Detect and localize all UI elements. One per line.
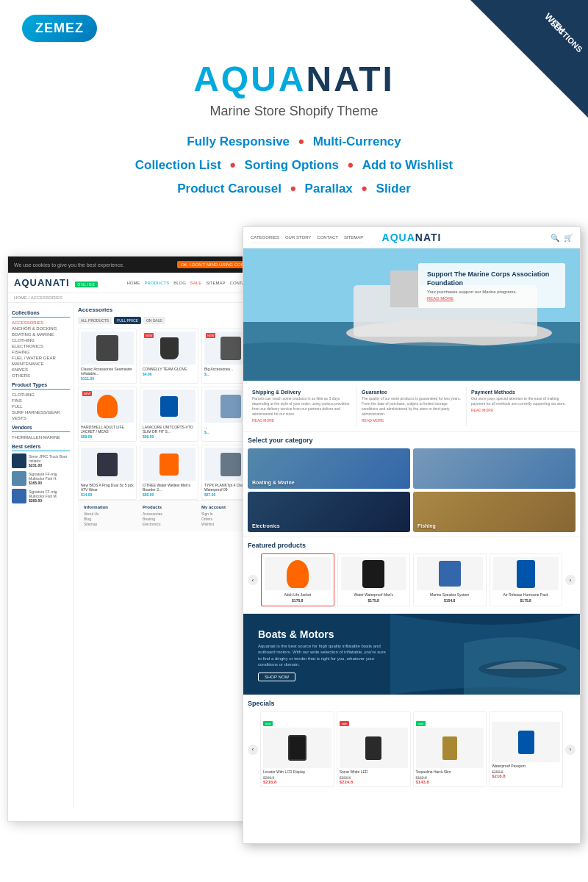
sidebar-link-clothing-type[interactable]: CLOTHING xyxy=(12,392,70,398)
sidebar-link-fishing[interactable]: FISHING xyxy=(12,349,70,355)
left-logo: AQUANATI ONLINE xyxy=(14,277,98,288)
product-name-5: LAVACORE UNITCORTS-VTO SLIM DR FIT S... xyxy=(143,425,196,434)
feature-product-carousel: Product Carousel xyxy=(177,182,282,196)
specials-arrow-left[interactable]: ‹ xyxy=(248,745,258,755)
product-price-1: $111.00 xyxy=(81,376,134,381)
sidebar-link-accessories[interactable]: ACCESSORIES xyxy=(12,320,70,326)
right-nav-contact[interactable]: CONTACT xyxy=(317,235,338,240)
special-card-2[interactable]: sale Sonar White LED $263.8 $224.8 xyxy=(337,711,411,787)
right-nav-categories[interactable]: CATEGORIES xyxy=(251,235,279,240)
hero-read-more[interactable]: READ MORE xyxy=(427,296,556,301)
zemez-logo[interactable]: ZEMEZ xyxy=(22,15,97,42)
product-card-8[interactable]: O'TREE Water Wellest Men's Boarder 2... … xyxy=(140,445,198,500)
screenshot-right: CATEGORIES OUR STORY CONTACT SITEMAP AQU… xyxy=(243,226,581,844)
sidebar-link-clothing[interactable]: CLOTHING xyxy=(12,337,70,343)
product-grid: Classic Accessories Seamaster Inflatable… xyxy=(78,329,260,500)
nav-blog[interactable]: BLOG xyxy=(173,281,186,285)
product-img-4: NEW xyxy=(81,390,134,423)
footer-products-electronics[interactable]: Electronics xyxy=(143,522,196,526)
feature-sorting-options: Sorting Options xyxy=(245,158,339,173)
featured-card-3[interactable]: Marine Speaker System $154.8 xyxy=(413,553,487,606)
sidebar-link-vests[interactable]: VESTS xyxy=(12,415,70,421)
product-img-8 xyxy=(143,448,196,481)
corner-ribbon: WITH SECTIONS xyxy=(470,0,588,118)
info-cards: Shipping & Delivery Parcels can reach so… xyxy=(243,381,580,432)
bestseller-price-1: $231.00 xyxy=(29,463,70,467)
filter-all[interactable]: ALL PRODUCTS xyxy=(78,317,112,324)
specials-arrow-right[interactable]: › xyxy=(565,745,576,755)
feature-add-wishlist: Add to Wishlist xyxy=(362,158,453,173)
bestseller-name-1[interactable]: Simm JFKC Truck Boot Initiator xyxy=(29,454,70,463)
feature-collection-list: Collection List xyxy=(135,158,221,173)
sidebar-link-surf[interactable]: SURF HARNESS/GEAR xyxy=(12,409,70,415)
sidebar-link-electronics[interactable]: ELECTRONICS xyxy=(12,343,70,349)
sidebar-link-vendor[interactable]: THORMALLEN MARINE xyxy=(12,434,70,440)
cart-icon[interactable]: 🛒 xyxy=(564,234,573,242)
category-boating[interactable]: Boating & Marine xyxy=(248,448,410,489)
filter-on-sale[interactable]: ON SALE xyxy=(143,317,165,324)
bullet-4: • xyxy=(290,179,296,198)
footer-products-acc[interactable]: Accessories xyxy=(143,512,196,516)
sidebar-link-maintenance[interactable]: MAINTENANCE xyxy=(12,361,70,367)
sidebar-link-fins[interactable]: FINS xyxy=(12,398,70,404)
sidebar-link-anchor[interactable]: ANCHOR & DOCKING xyxy=(12,326,70,331)
right-nav-story[interactable]: OUR STORY xyxy=(285,235,311,240)
guarantee-link[interactable]: READ MORE xyxy=(362,418,462,423)
footer-info-blog[interactable]: Blog xyxy=(84,517,137,521)
featured-arrow-left[interactable]: ‹ xyxy=(248,575,258,585)
featured-img-2 xyxy=(341,557,407,590)
filter-full-price[interactable]: FULL PRICE xyxy=(114,317,141,324)
shipping-link[interactable]: READ MORE xyxy=(252,418,352,423)
footer-products-boating[interactable]: Boating xyxy=(143,517,196,521)
product-card-7[interactable]: New BIOS A Prog Dual Sc 5 pck ATV Wear $… xyxy=(78,445,137,500)
online-badge: ONLINE xyxy=(75,282,98,287)
product-card-1[interactable]: Classic Accessories Seamaster Inflatable… xyxy=(78,329,137,384)
features-row-3: Product Carousel • Parallax • Slider xyxy=(0,179,588,198)
sidebar-link-knives[interactable]: KNIVES xyxy=(12,367,70,373)
search-icon[interactable]: 🔍 xyxy=(551,234,559,242)
product-img-1 xyxy=(81,331,134,365)
hero-title: Support The Marine Corps Association Fou… xyxy=(427,270,556,287)
bestseller-name-3[interactable]: Signature FF-mig Multicolor Fish M. xyxy=(29,490,70,498)
featured-card-1[interactable]: Adult Life Jacket $175.8 xyxy=(261,553,334,606)
sidebar-link-others[interactable]: OTHERS xyxy=(12,373,70,379)
product-card-4[interactable]: NEW HARDSHELL ADULT LIFE JACKET / MCAS $… xyxy=(78,387,137,442)
left-content: Collections ACCESSORIES ANCHOR & DOCKING… xyxy=(8,303,264,808)
special-card-4[interactable]: Waterproof Passport $253.8 $216.8 xyxy=(489,711,563,787)
payment-link[interactable]: READ MORE xyxy=(471,408,571,412)
category-fishing[interactable]: Fishing xyxy=(413,492,576,532)
footer-info-sitemap[interactable]: Sitemap xyxy=(84,522,137,526)
product-card-2[interactable]: NEW CONNELLY TEAM GLOVE $4.00 xyxy=(140,329,198,384)
special-badge-3: new xyxy=(416,721,426,726)
special-img-1 xyxy=(263,728,331,768)
sidebar-link-full[interactable]: FULL xyxy=(12,404,70,409)
special-img-4 xyxy=(492,722,560,762)
boats-shop-btn[interactable]: SHOP NOW xyxy=(258,673,295,681)
featured-card-2[interactable]: Water Waterproof Man's $175.8 xyxy=(337,553,411,606)
nav-home[interactable]: HOME xyxy=(127,281,140,285)
nav-sitemap[interactable]: SITEMAP xyxy=(206,281,225,285)
footer-col-products: Products Accessories Boating Electronics xyxy=(143,505,196,527)
product-card-5[interactable]: LAVACORE UNITCORTS-VTO SLIM DR FIT S... … xyxy=(140,387,198,442)
bestseller-img-3 xyxy=(12,489,26,503)
category-electronics[interactable]: Electronics xyxy=(248,492,410,532)
nav-products[interactable]: PRODUCTS xyxy=(145,281,170,285)
special-card-3[interactable]: new Tarpauline Hard+Slim $159.8 $143.8 xyxy=(413,711,487,787)
sidebar-link-fuel[interactable]: FUEL / WATER GEAR xyxy=(12,355,70,361)
special-card-1[interactable]: new Locator With LCD Display $269.8 $216… xyxy=(260,711,334,787)
filter-bar: ALL PRODUCTS FULL PRICE ON SALE xyxy=(78,317,260,324)
featured-card-4[interactable]: Air Release Hurricane Pack $175.8 xyxy=(490,553,563,606)
sidebar-link-boating[interactable]: BOATING & MARINE xyxy=(12,331,70,337)
category-accessories[interactable] xyxy=(413,448,576,489)
product-name-1: Classic Accessories Seamaster Inflatable… xyxy=(81,367,134,376)
nav-sale[interactable]: SALE xyxy=(190,281,201,285)
featured-arrow-right[interactable]: › xyxy=(565,575,576,585)
bestseller-name-2[interactable]: Signature FF-mig Multicolor Fish H. xyxy=(29,472,70,481)
right-nav-sitemap[interactable]: SITEMAP xyxy=(344,235,363,240)
right-logo: AQUANATI xyxy=(382,232,442,243)
product-name-8: O'TREE Water Wellest Men's Boarder 2... xyxy=(143,483,196,492)
special-name-4: Waterproof Passport xyxy=(492,764,560,768)
right-icons: 🔍 🛒 xyxy=(551,234,573,242)
right-logo-nati: NATI xyxy=(415,232,442,243)
footer-info-about[interactable]: About Us xyxy=(84,512,137,516)
